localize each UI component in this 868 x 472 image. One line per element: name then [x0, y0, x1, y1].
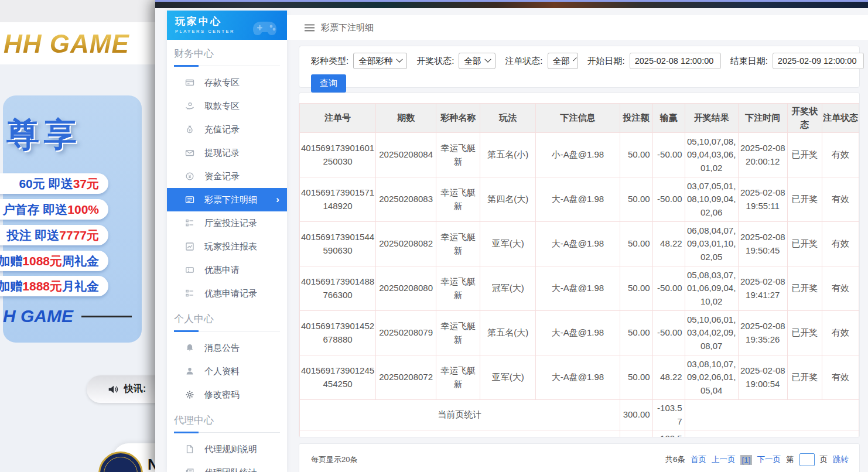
section-title-personal: 个人中心	[174, 312, 280, 331]
sidebar-item-agent-team-stats[interactable]: 代理团队统计	[167, 461, 287, 472]
sidebar: 玩家中心 PLAYERS CENTER 财务中心 存款专区	[167, 11, 287, 472]
gear-icon	[185, 390, 194, 399]
list-detail-icon	[185, 289, 194, 298]
banner-brand: H GAME	[3, 306, 132, 326]
col-period: 期数	[376, 104, 436, 133]
content-header-bar: 彩票下注明细	[287, 15, 868, 40]
col-bet-info: 下注信息	[536, 104, 620, 133]
money-bag-icon	[185, 125, 194, 134]
sidebar-item-label: 充值记录	[204, 124, 240, 135]
ticket-icon	[185, 265, 194, 275]
promo-banner[interactable]: 尊享 60元 即送37元 户首存 即送100% 投注 即送7777元 天加赠10…	[3, 95, 142, 343]
sidebar-item-label: 优惠申请	[204, 265, 240, 276]
brand-badge-ring	[104, 457, 138, 472]
total-summary-row: 总统计 300.00 -103.57	[300, 430, 859, 438]
first-page-link[interactable]: 首页	[691, 454, 706, 465]
sidebar-item-label: 取款专区	[204, 101, 240, 112]
brand-dash	[81, 316, 132, 317]
sidebar-item-announcements[interactable]: 消息公告	[167, 336, 287, 360]
sidebar-item-recharge-record[interactable]: 充值记录	[167, 118, 287, 141]
table-row: 401569173901488766300 20250208080 幸运飞艇新 …	[300, 266, 859, 311]
document-icon	[185, 444, 194, 454]
person-icon	[185, 367, 194, 376]
sidebar-item-label: 资金记录	[204, 171, 240, 182]
lottery-type-select[interactable]: 全部彩种	[353, 53, 407, 69]
sidebar-item-bet-details[interactable]: 彩票下注明细 ›	[167, 188, 287, 211]
page-root: HH GAME 尊享 60元 即送37元 户首存 即送100% 投注 即送777…	[0, 0, 868, 472]
col-lottery: 彩种名称	[436, 104, 480, 133]
bell-icon	[185, 343, 194, 353]
page-summary-label: 当前页统计	[300, 400, 620, 430]
report-chart-icon	[185, 242, 194, 251]
sidebar-item-profile[interactable]: 个人资料	[167, 360, 287, 383]
col-order-status: 注单状态	[822, 104, 859, 133]
promo-pill-5: 天加赠1888元月礼金	[0, 276, 108, 296]
sidebar-header: 玩家中心 PLAYERS CENTER	[167, 11, 287, 40]
table-row: 401569173901245454250 20250208072 幸运飞艇新 …	[300, 355, 859, 400]
table-header-row: 注单号 期数 彩种名称 玩法 下注信息 投注额 输赢 开奖结果 下注时间 开奖状…	[300, 104, 859, 133]
chevron-right-icon: ›	[276, 194, 279, 206]
bet-table: 注单号 期数 彩种名称 玩法 下注信息 投注额 输赢 开奖结果 下注时间 开奖状…	[299, 103, 859, 437]
site-logo[interactable]: HH GAME	[4, 29, 129, 59]
promo-banner-title: 尊享	[6, 113, 81, 158]
order-status-select[interactable]: 全部	[548, 53, 578, 69]
page-jump-input[interactable]	[799, 453, 815, 466]
page-summary-row: 当前页统计 300.00 -103.57	[300, 400, 859, 430]
lottery-type-label: 彩种类型:	[311, 56, 348, 67]
page-size-text: 每页显示20条	[311, 454, 357, 465]
gamepad-icon	[246, 13, 282, 37]
sidebar-item-player-bet-report[interactable]: 玩家投注报表	[167, 235, 287, 258]
sidebar-item-label: 代理团队统计	[204, 467, 257, 472]
next-page-link[interactable]: 下一页	[757, 454, 781, 465]
sidebar-item-withdrawal-record[interactable]: 提现记录	[167, 141, 287, 165]
sidebar-item-label: 厅室投注记录	[204, 218, 257, 229]
sidebar-item-room-bet-record[interactable]: 厅室投注记录	[167, 211, 287, 235]
page-summary-profit: -103.57	[652, 400, 685, 430]
select-arrow-icon	[397, 56, 403, 63]
sidebar-item-promo-record[interactable]: 优惠申请记录	[167, 282, 287, 305]
section-title-agent: 代理中心	[174, 413, 280, 433]
sidebar-item-change-password[interactable]: 修改密码	[167, 383, 287, 406]
pages-icon	[185, 468, 194, 472]
jump-suffix-text: 页	[820, 454, 828, 465]
sidebar-item-promo-apply[interactable]: 优惠申请	[167, 258, 287, 282]
order-status-label: 注单状态:	[505, 56, 542, 67]
filter-panel: 彩种类型: 全部彩种 开奖状态: 全部 注单状态: 全部 开始日	[299, 46, 860, 88]
jump-button[interactable]: 跳转	[833, 454, 849, 465]
sidebar-item-agent-rules[interactable]: 代理规则说明	[167, 437, 287, 461]
page-title: 彩票下注明细	[321, 22, 374, 33]
total-summary-profit: -103.57	[652, 430, 685, 438]
sidebar-item-label: 优惠申请记录	[204, 288, 257, 299]
total-count-text: 共6条	[665, 454, 685, 465]
sidebar-item-label: 个人资料	[204, 366, 240, 377]
ticker-label: 快讯:	[124, 383, 146, 395]
bet-table-card: 注单号 期数 彩种名称 玩法 下注信息 投注额 输赢 开奖结果 下注时间 开奖状…	[299, 93, 860, 437]
end-date-input[interactable]	[773, 53, 864, 69]
sidebar-item-withdraw-zone[interactable]: 取款专区	[167, 94, 287, 118]
promo-pill-4: 天加赠1088元周礼金	[0, 251, 108, 271]
sidebar-item-deposit-zone[interactable]: 存款专区	[167, 71, 287, 94]
sidebar-item-label: 玩家投注报表	[204, 241, 257, 252]
start-date-input[interactable]	[630, 53, 721, 69]
pagination-bar: 每页显示20条 共6条 首页 上一页 [1] 下一页 第 页 跳转	[299, 443, 860, 472]
sidebar-item-label: 修改密码	[204, 389, 240, 401]
query-button[interactable]: 查询	[311, 74, 346, 93]
table-row: 401569173901571148920 20250208083 幸运飞艇新 …	[300, 177, 859, 222]
prev-page-link[interactable]: 上一页	[712, 454, 736, 465]
promo-pill-2: 户首存 即送100%	[0, 199, 108, 220]
sidebar-item-label: 消息公告	[204, 343, 240, 354]
select-arrow-icon	[485, 56, 491, 63]
current-page-indicator: [1]	[740, 455, 751, 465]
draw-status-select[interactable]: 全部	[459, 53, 495, 69]
table-row: 401569173901544590630 20250208082 幸运飞艇新 …	[300, 222, 859, 266]
sidebar-item-funds-record[interactable]: 资金记录	[167, 165, 287, 188]
promo-pill-3: 投注 即送7777元	[0, 225, 108, 245]
col-result: 开奖结果	[685, 104, 738, 133]
hamburger-menu-icon[interactable]	[305, 24, 315, 32]
bet-list-icon	[185, 195, 194, 204]
hand-coin-icon	[185, 101, 194, 111]
promo-pill-1: 60元 即送37元	[0, 173, 108, 194]
wallet-icon	[185, 148, 194, 158]
table-row: 401569173901452678880 20250208079 幸运飞艇新 …	[300, 311, 859, 355]
section-title-finance: 财务中心	[174, 47, 280, 66]
